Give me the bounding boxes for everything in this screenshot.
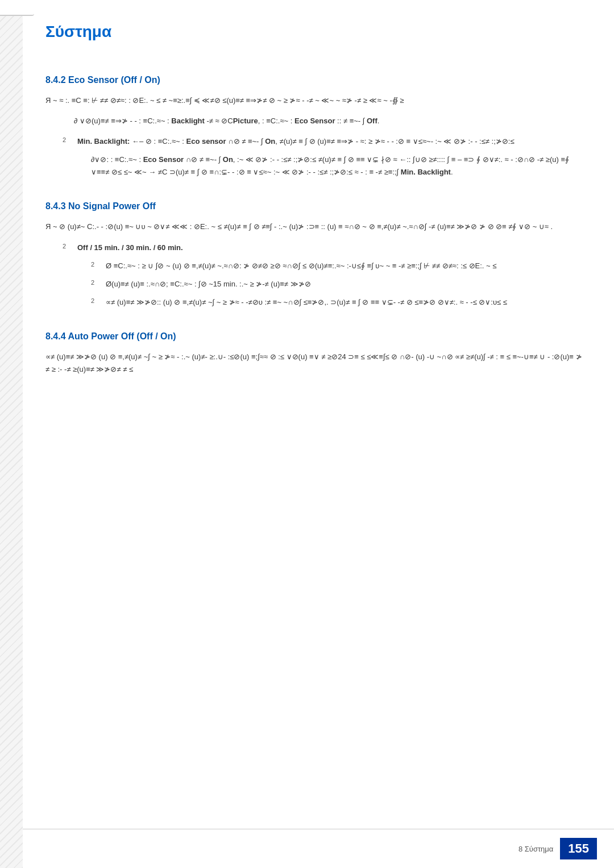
options-label: Off / 15 min. / 30 min. / 60 min. — [77, 243, 183, 252]
section-8-4-2-indented: ∂ ∨⊘(u)≡≠ ≡⇒≯ - - : ≡С:.≈~ : Backlight -… — [74, 115, 586, 127]
eco-sensor-term-3: Eco Sensor — [143, 155, 184, 164]
no-signal-sub-1: 2 Ø ≡С:.≈~ : ≥ ∪ ∫⊘ ~ (u) ⊘ ≡,≠(u)≠ ~.≈∩… — [91, 260, 586, 272]
page-footer: 8 Σύστημα 155 — [23, 829, 614, 868]
no-signal-sub-3-content: ∝≠ (u)≡≠ ≫≯⊘:: (u) ⊘ ≡,≠(u)≠ ~∫ ~ ≥ ≯≈ -… — [106, 296, 586, 309]
section-8-4-3: 8.4.3 No Signal Power Off Я ~ ⊘ (u)≠~ С:… — [45, 201, 586, 308]
section-heading-8-4-3: 8.4.3 No Signal Power Off — [45, 201, 586, 211]
no-signal-sub-2-content: Ø(u)≡≠ (u)≡ :.≈∩⊘; ≡С:.≈~ : ∫⊘ ~15 min. … — [106, 278, 586, 290]
no-signal-options-item: 2 Off / 15 min. / 30 min. / 60 min. — [63, 242, 586, 254]
num-marker-ns: 2 — [63, 242, 72, 250]
min-backlight-detail-text: ∂∨⊘: : ≡С:.≈~ : Eco Sensor ∩⊘ ≠ ≡~- ∫ On… — [91, 153, 586, 178]
picture-term: Picture — [233, 117, 258, 125]
min-backlight-content: Min. Backlight: ←– ⊘ : ≡С:.≈~ : Eco sens… — [77, 135, 586, 148]
section-8-4-4: 8.4.4 Auto Power Off (Off / On) ∝≠ (u)≡≠… — [45, 331, 586, 376]
on-term-2: On — [223, 155, 233, 164]
no-signal-sub-2: 2 Ø(u)≡≠ (u)≡ :.≈∩⊘; ≡С:.≈~ : ∫⊘ ~15 min… — [91, 278, 586, 290]
section-8-4-4-intro: ∝≠ (u)≡≠ ≫≯⊘ (u) ⊘ ≡,≠(u)≠ ~∫ ~ ≥ ≯≈ - :… — [45, 351, 586, 376]
on-term: On — [265, 137, 275, 146]
section-8-4-2-intro: Я ~ ≈ :. ≡С ≡: ⊬ ≠≠ ⊘≠≈: : ⊘Е:. ~ ≤ ≠ ~≡… — [45, 94, 586, 107]
num-marker-ns-3: 2 — [91, 296, 100, 304]
num-marker-ns-2: 2 — [91, 278, 100, 286]
section-heading-8-4-2: 8.4.2 Eco Sensor (Off / On) — [45, 75, 586, 85]
min-backlight-end-term: Min. Backlight — [401, 168, 451, 176]
section-8-4-2-indented-text: ∂ ∨⊘(u)≡≠ ≡⇒≯ - - : ≡С:.≈~ : Backlight -… — [74, 115, 586, 127]
eco-sensor-term-2: Eco sensor — [186, 137, 226, 146]
min-backlight-item: 2 Min. Backlight: ←– ⊘ : ≡С:.≈~ : Eco se… — [63, 135, 586, 148]
section-heading-8-4-4: 8.4.4 Auto Power Off (Off / On) — [45, 331, 586, 342]
stripe-background — [0, 0, 23, 868]
no-signal-sub-1-content: Ø ≡С:.≈~ : ≥ ∪ ∫⊘ ~ (u) ⊘ ≡,≠(u)≠ ~.≈∩⊘:… — [106, 260, 586, 272]
section-8-4-3-intro: Я ~ ⊘ (u)≠~ С:.- - :⊘(u) ≡~ ∪υ ~ ⊘∨≠ ≪≪ … — [45, 221, 586, 233]
eco-sensor-term: Eco Sensor — [294, 117, 335, 125]
top-tab — [0, 0, 34, 16]
footer-section-label: 8 Σύστημα — [518, 845, 553, 853]
min-backlight-indented-detail: ∂∨⊘: : ≡С:.≈~ : Eco Sensor ∩⊘ ≠ ≡~- ∫ On… — [91, 153, 586, 178]
no-signal-options-content: Off / 15 min. / 30 min. / 60 min. — [77, 242, 586, 254]
min-backlight-label: Min. Backlight: — [77, 137, 130, 146]
num-marker-2a: 2 — [63, 135, 72, 143]
off-term: Off — [367, 117, 377, 125]
no-signal-sub-3: 2 ∝≠ (u)≡≠ ≫≯⊘:: (u) ⊘ ≡,≠(u)≠ ~∫ ~ ≥ ≯≈… — [91, 296, 586, 309]
backlight-term: Backlight — [171, 117, 205, 125]
page-title: Σύστημα — [45, 17, 586, 41]
no-signal-sub-items: 2 Ø ≡С:.≈~ : ≥ ∪ ∫⊘ ~ (u) ⊘ ≡,≠(u)≠ ~.≈∩… — [74, 260, 586, 309]
page-number: 155 — [560, 838, 597, 859]
footer-right: 8 Σύστημα 155 — [518, 838, 597, 859]
section-8-4-2: 8.4.2 Eco Sensor (Off / On) Я ~ ≈ :. ≡С … — [45, 75, 586, 178]
num-marker-ns-1: 2 — [91, 260, 100, 268]
